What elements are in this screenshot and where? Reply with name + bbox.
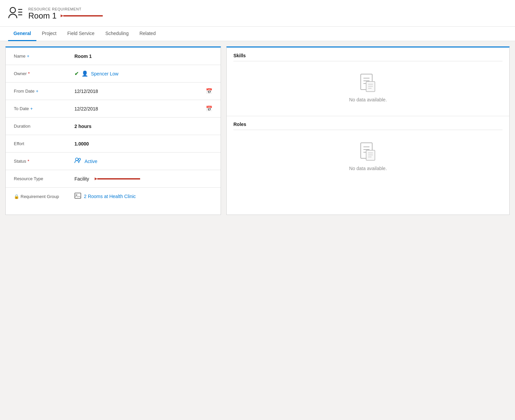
header-text-block: RESOURCE REQUIREMENT Room 1 (28, 7, 104, 21)
required-indicator-status: * (28, 159, 29, 164)
skills-empty-icon (359, 73, 377, 94)
required-indicator-owner: * (28, 71, 30, 76)
field-row-status: Status * Active (6, 153, 221, 170)
skills-no-data-area: No data available. (233, 65, 503, 110)
field-label-resource-type: Resource Type (14, 176, 74, 181)
field-row-from-date: From Date + 12/12/2018 📅 (6, 83, 221, 100)
lock-icon: 🔒 (14, 194, 19, 199)
field-label-name: Name + (14, 54, 74, 59)
resource-type-text[interactable]: Facility (74, 176, 89, 182)
page-header: RESOURCE REQUIREMENT Room 1 (0, 0, 515, 27)
field-value-owner: ✔ 👤 Spencer Low (74, 70, 213, 77)
skills-no-data-text: No data available. (349, 97, 387, 102)
svg-rect-10 (75, 193, 81, 198)
svg-point-0 (10, 7, 15, 13)
to-date-text[interactable]: 12/22/2018 (74, 106, 206, 111)
calendar-icon-to[interactable]: 📅 (206, 105, 213, 112)
field-label-status: Status * (14, 159, 74, 164)
field-value-from-date: 12/12/2018 📅 (74, 88, 213, 94)
date-row-to: 12/22/2018 📅 (74, 105, 213, 112)
required-indicator-to-date: + (30, 106, 33, 111)
required-indicator-name: + (27, 54, 30, 59)
field-value-effort[interactable]: 1.0000 (74, 141, 213, 147)
field-value-to-date: 12/22/2018 📅 (74, 105, 213, 112)
right-panel: Skills No data available. Roles (226, 46, 510, 215)
status-group-icon (74, 157, 82, 165)
page-title: Room 1 (28, 11, 57, 21)
field-row-resource-type: Resource Type Facility (6, 170, 221, 188)
field-label-effort: Effort (14, 141, 74, 146)
field-row-owner: Owner * ✔ 👤 Spencer Low (6, 65, 221, 83)
svg-point-6 (75, 158, 78, 161)
tab-project[interactable]: Project (36, 27, 62, 41)
field-label-to-date: To Date + (14, 106, 74, 111)
svg-rect-24 (366, 150, 375, 160)
field-value-name[interactable]: Room 1 (74, 54, 213, 59)
page-subtitle: RESOURCE REQUIREMENT (28, 7, 104, 11)
tab-scheduling[interactable]: Scheduling (100, 27, 134, 41)
field-row-duration: Duration 2 hours (6, 118, 221, 135)
field-value-status: Active (74, 157, 213, 165)
main-content: Name + Room 1 Owner * ✔ 👤 Spencer Low Fr… (0, 41, 515, 220)
title-row: Room 1 (28, 11, 104, 21)
roles-section: Roles No data available. (227, 116, 509, 185)
date-row-from: 12/12/2018 📅 (74, 88, 213, 94)
field-label-requirement-group: 🔒 Requirement Group (14, 194, 74, 199)
left-form-panel: Name + Room 1 Owner * ✔ 👤 Spencer Low Fr… (5, 46, 221, 215)
svg-rect-16 (366, 82, 375, 92)
skills-title: Skills (233, 53, 503, 61)
roles-empty-icon (359, 142, 377, 162)
svg-point-7 (78, 158, 81, 160)
req-group-image-icon (74, 193, 81, 200)
tab-related[interactable]: Related (134, 27, 161, 41)
field-row-effort: Effort 1.0000 (6, 135, 221, 153)
green-check-icon: ✔ (74, 70, 79, 77)
arrow-annotation-title (61, 11, 104, 20)
field-row-requirement-group: 🔒 Requirement Group 2 Rooms at Health Cl… (6, 188, 221, 205)
roles-title: Roles (233, 122, 503, 130)
field-label-from-date: From Date + (14, 89, 74, 94)
roles-no-data-text: No data available. (349, 166, 387, 171)
status-link[interactable]: Active (85, 159, 97, 164)
skills-section: Skills No data available. (227, 47, 509, 116)
tab-field-service[interactable]: Field Service (62, 27, 100, 41)
field-label-owner: Owner * (14, 71, 74, 76)
field-value-duration[interactable]: 2 hours (74, 124, 213, 129)
arrow-annotation-resource-type (95, 175, 142, 183)
from-date-text[interactable]: 12/12/2018 (74, 89, 206, 94)
field-value-resource-type: Facility (74, 175, 213, 183)
owner-link[interactable]: Spencer Low (91, 71, 119, 76)
roles-no-data-area: No data available. (233, 134, 503, 179)
required-indicator-from-date: + (36, 89, 38, 94)
field-row-name: Name + Room 1 (6, 47, 221, 65)
tab-general[interactable]: General (8, 27, 36, 41)
field-label-duration: Duration (14, 124, 74, 129)
resource-requirement-icon (8, 5, 23, 22)
field-row-to-date: To Date + 12/22/2018 📅 (6, 100, 221, 118)
requirement-group-link[interactable]: 2 Rooms at Health Clinic (84, 194, 136, 199)
person-icon-owner: 👤 (82, 70, 88, 77)
field-value-requirement-group: 2 Rooms at Health Clinic (74, 193, 213, 200)
tabs-bar: General Project Field Service Scheduling… (0, 27, 515, 41)
calendar-icon-from[interactable]: 📅 (206, 88, 213, 94)
